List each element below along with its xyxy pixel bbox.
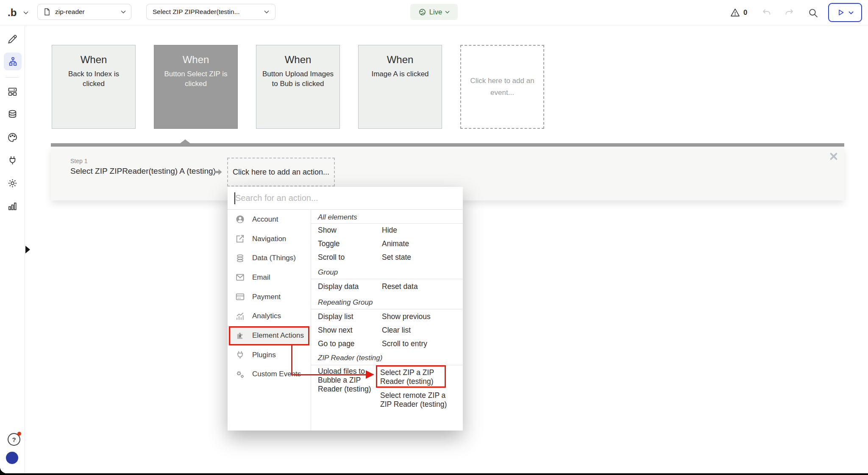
action-item-toggle[interactable]: Toggle xyxy=(318,237,340,250)
chevron-down-icon xyxy=(264,10,269,14)
plugin-icon[interactable] xyxy=(7,155,18,166)
action-category-payment[interactable]: Payment xyxy=(228,287,311,307)
components-icon[interactable] xyxy=(7,86,18,97)
plugins-icon xyxy=(235,350,245,360)
action-category-analytics[interactable]: Analytics xyxy=(228,306,311,326)
workflow-selector-dropdown[interactable]: Select ZIP ZIPReader(testin... xyxy=(146,4,275,20)
arrow-right-icon xyxy=(212,167,224,177)
preview-run-button[interactable] xyxy=(828,3,862,22)
element-actions-icon xyxy=(235,330,245,341)
chevron-down-icon xyxy=(849,11,854,14)
action-category-account[interactable]: Account xyxy=(228,210,311,229)
action-item-display-list[interactable]: Display list xyxy=(318,310,353,323)
add-event-placeholder[interactable]: Click here to add an event... xyxy=(460,45,544,129)
action-list: All elements Show Hide Toggle Animate Sc… xyxy=(311,210,463,431)
action-item-go-to-page[interactable]: Go to page xyxy=(318,337,355,350)
settings-icon[interactable] xyxy=(7,178,18,189)
chevron-down-icon xyxy=(445,11,450,14)
play-icon xyxy=(837,8,845,17)
action-category-element-actions[interactable]: Element Actions xyxy=(228,326,311,345)
navigation-icon xyxy=(235,233,245,244)
action-item-show-previous[interactable]: Show previous xyxy=(382,310,431,323)
redo-icon[interactable] xyxy=(784,8,794,18)
event-subtitle: Back to Index is clicked xyxy=(52,69,135,89)
search-icon[interactable] xyxy=(808,8,818,18)
action-category-list: Account Navigation Data (Things) Email xyxy=(228,210,311,384)
section-header-all-elements: All elements xyxy=(318,213,357,222)
pencil-icon[interactable] xyxy=(7,33,18,45)
sidebar-divider xyxy=(6,77,19,78)
action-item-reset-data[interactable]: Reset data xyxy=(382,280,418,293)
step-title[interactable]: Select ZIP ZIPReader(testing) A (testing… xyxy=(70,167,216,176)
text-caret xyxy=(234,192,235,204)
action-item-animate[interactable]: Animate xyxy=(382,237,409,250)
action-category-custom-events[interactable]: Custom Events xyxy=(228,365,311,384)
action-search-input[interactable] xyxy=(228,187,463,209)
action-item-display-data[interactable]: Display data xyxy=(318,280,359,293)
event-card-back-to-index[interactable]: When Back to Index is clicked xyxy=(52,45,136,129)
section-divider xyxy=(311,365,463,365)
warning-icon xyxy=(730,7,740,18)
add-action-placeholder[interactable]: Click here to add an action... xyxy=(227,158,335,186)
analytics-icon xyxy=(235,311,245,322)
action-item-show[interactable]: Show xyxy=(318,223,337,237)
logo-chevron-down-icon[interactable] xyxy=(23,11,28,14)
event-card-button-select-zip-selected[interactable]: When Button Select ZIP is clicked xyxy=(154,45,238,129)
action-search-row xyxy=(228,187,463,210)
styles-icon[interactable] xyxy=(7,132,18,143)
section-header-group: Group xyxy=(318,268,338,277)
action-item-select-remote-zip[interactable]: Select remote ZIP a ZIP Reader (testing) xyxy=(380,391,448,409)
section-header-repeating-group: Repeating Group xyxy=(318,298,373,307)
event-card-image-a[interactable]: When Image A is clicked xyxy=(358,45,442,129)
event-title: When xyxy=(256,54,339,66)
event-subtitle: Button Select ZIP is clicked xyxy=(154,69,237,89)
file-icon xyxy=(43,8,51,16)
support-chat-button[interactable] xyxy=(6,452,18,464)
section-header-zip-reader: ZIP Reader (testing) xyxy=(318,354,382,362)
action-item-show-next[interactable]: Show next xyxy=(318,323,353,337)
undo-icon[interactable] xyxy=(762,8,772,18)
event-title: When xyxy=(154,54,237,66)
issues-count: 0 xyxy=(743,8,747,17)
section-divider xyxy=(311,279,463,279)
event-title: When xyxy=(52,54,135,66)
event-subtitle: Image A is clicked xyxy=(359,69,442,79)
payment-icon xyxy=(235,292,245,302)
notification-dot xyxy=(17,432,21,436)
workflow-icon xyxy=(7,56,19,67)
data-icon xyxy=(235,253,245,264)
action-item-clear-list[interactable]: Clear list xyxy=(382,323,411,337)
action-item-scroll-to-entry[interactable]: Scroll to entry xyxy=(382,337,427,350)
action-item-upload-files-to-bubble[interactable]: Upload files to Bubble a ZIP Reader (tes… xyxy=(318,367,380,394)
action-category-data-things[interactable]: Data (Things) xyxy=(228,248,311,268)
sidebar-item-workflow-selected[interactable] xyxy=(4,53,22,70)
workflow-strip xyxy=(51,143,844,147)
globe-icon xyxy=(418,8,426,16)
topbar: .b zip-reader Select ZIP ZIPReader(testi… xyxy=(0,0,868,25)
action-item-hide[interactable]: Hide xyxy=(382,223,397,237)
action-item-scroll-to[interactable]: Scroll to xyxy=(318,250,345,264)
close-icon[interactable] xyxy=(829,152,838,161)
step-number-label: Step 1 xyxy=(70,158,87,164)
logs-icon[interactable] xyxy=(7,200,18,212)
database-icon[interactable] xyxy=(7,109,18,120)
sidebar: ? xyxy=(0,26,25,473)
action-item-set-state[interactable]: Set state xyxy=(382,250,411,264)
environment-selector[interactable]: Live xyxy=(410,4,458,20)
expand-handle[interactable] xyxy=(25,246,30,253)
action-category-email[interactable]: Email xyxy=(228,268,311,287)
event-title: When xyxy=(359,54,442,66)
action-item-select-zip[interactable]: Select ZIP a ZIP Reader (testing) xyxy=(380,368,445,386)
event-subtitle: Button Upload Images to Bub is clicked xyxy=(256,69,339,89)
chevron-down-icon xyxy=(121,10,126,14)
bubble-editor: .b zip-reader Select ZIP ZIPReader(testi… xyxy=(0,0,868,473)
page-selector-dropdown[interactable]: zip-reader xyxy=(37,4,131,20)
page-selector-value: zip-reader xyxy=(55,8,85,16)
event-card-button-upload-images[interactable]: When Button Upload Images to Bub is clic… xyxy=(256,45,340,129)
bubble-logo[interactable]: .b xyxy=(8,0,17,25)
action-category-plugins[interactable]: Plugins xyxy=(228,345,311,365)
custom-events-icon xyxy=(235,369,245,380)
issues-indicator[interactable]: 0 xyxy=(730,7,747,18)
action-menu: Account Navigation Data (Things) Email xyxy=(228,187,463,431)
action-category-navigation[interactable]: Navigation xyxy=(228,229,311,249)
